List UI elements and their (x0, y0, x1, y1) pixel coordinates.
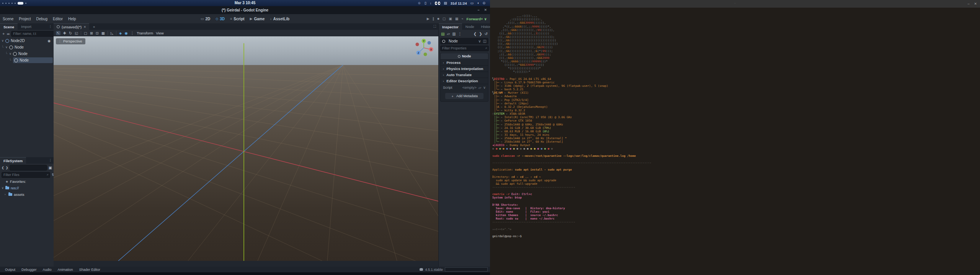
rotate-tool[interactable]: ↻ (69, 31, 72, 35)
close-tab-icon[interactable]: ✕ (83, 25, 86, 29)
category-physics-interpolation[interactable]: › Physics Interpolation (441, 65, 488, 72)
category-auto-translate[interactable]: › Auto Translate (441, 72, 488, 78)
power-icon[interactable]: ⊙ (482, 0, 485, 6)
nav-back-button[interactable]: ❮ (2, 166, 4, 169)
menu-editor[interactable]: Editor (50, 17, 65, 21)
edited-object-row[interactable]: Node ∨ ◫ (440, 38, 488, 44)
group-button[interactable]: ▦ (101, 31, 105, 35)
tab-filesystem[interactable]: FileSystem (0, 157, 26, 164)
scale-tool[interactable]: ◱ (75, 31, 78, 35)
xeyes-icon[interactable] (435, 2, 440, 5)
ruler-tool[interactable]: ◺ (111, 31, 113, 35)
tab-import[interactable]: Import (18, 23, 35, 30)
snap-toggle[interactable]: ◈ (119, 31, 122, 35)
category-editor-description[interactable]: › Editor Description (441, 78, 488, 84)
dock-menu-icon[interactable]: ⋮ (47, 157, 54, 164)
path-input[interactable] (10, 165, 47, 171)
history-back-button[interactable]: ❮ (474, 32, 477, 36)
tab-node[interactable]: Node (462, 23, 478, 30)
select-tool[interactable]: ↖ (56, 31, 60, 35)
script-value[interactable]: <empty> (462, 85, 477, 89)
folder-row[interactable]: › assets (0, 191, 54, 198)
expand-viewport-icon[interactable]: ⛶ (431, 23, 438, 30)
load-resource-button[interactable]: ▱ (447, 32, 450, 36)
menu-help[interactable]: Help (65, 17, 79, 21)
tab-output[interactable]: Output (2, 268, 18, 272)
history-forward-button[interactable]: ❯ (479, 32, 482, 36)
toolbar-menu-icon[interactable]: ⋮ (131, 31, 134, 35)
terminal-screen[interactable]: ,,,:(()):,,, ,:((((((()))))))):, ,((((,;… (490, 8, 980, 275)
object-section-header[interactable]: Node (441, 53, 488, 59)
split-view-icon[interactable]: ▣ (49, 166, 52, 170)
preview-environment-toggle[interactable]: ◉ (124, 31, 127, 35)
file-filter-input[interactable] (2, 172, 50, 178)
renderer-select[interactable]: Forward+ ∨ (467, 17, 487, 21)
3d-viewport[interactable]: ⋮ Perspective Y X Z (54, 36, 438, 261)
perspective-button[interactable]: ⋮ Perspective (56, 38, 85, 44)
visibility-icon[interactable]: ◉ (47, 39, 51, 43)
scene-filter-input[interactable] (11, 31, 60, 37)
transform-menu[interactable]: Transform (137, 31, 153, 35)
download-icon[interactable]: ↓ (430, 0, 432, 6)
tree-row-selected[interactable]: ╰ Node (0, 57, 54, 63)
play-scene-button[interactable]: ▣ (449, 17, 452, 21)
play-custom-scene-button[interactable]: ▦ (455, 17, 459, 21)
favorites-row[interactable]: ★ Favorites: (0, 178, 54, 185)
lock-button[interactable]: ⊠ (90, 31, 93, 35)
minimize-button[interactable]: – (477, 6, 479, 14)
movie-maker-button[interactable]: ⌁ (461, 17, 463, 21)
chevron-down-icon[interactable]: ∨ (2, 186, 5, 190)
new-resource-button[interactable]: ▤ (441, 32, 444, 36)
view-gizmo[interactable]: Y X Z (414, 38, 434, 58)
volume-icon[interactable]: ◖ (477, 0, 479, 6)
terminal-titlebar[interactable]: · – ✕ (490, 0, 980, 8)
add-node-button[interactable]: ＋ (2, 31, 5, 36)
tab-inspector[interactable]: Inspector (439, 23, 462, 30)
open-docs-icon[interactable]: ◫ (483, 39, 487, 43)
tree-row[interactable]: ╰ ∨ Node (0, 50, 54, 57)
tab-animation[interactable]: Animation (55, 268, 76, 272)
godot-titlebar[interactable]: (*) Geirdal - Godot Engine – ✕ (0, 6, 490, 14)
battery-icon[interactable]: ▯ (425, 0, 426, 6)
script-property-row[interactable]: Script <empty> ▱ ∨ (441, 84, 488, 91)
chevron-down-icon[interactable]: ∨ (5, 46, 9, 49)
object-history-button[interactable]: ↺ (485, 32, 488, 36)
menu-scene[interactable]: Scene (0, 17, 16, 21)
clock[interactable]: Mar 3 10:45 (0, 0, 490, 6)
display-icon[interactable]: ▭ (470, 0, 474, 6)
unlock-button[interactable]: ⊡ (96, 31, 99, 35)
instance-scene-button[interactable]: ∞ (7, 32, 10, 36)
play-button[interactable]: ▶ (427, 17, 430, 21)
version-label[interactable]: 4.5.1.stable (425, 268, 443, 272)
add-metadata-button[interactable]: ＋ Add Metadata (445, 93, 483, 99)
minimize-button[interactable]: – (967, 2, 969, 6)
pause-button[interactable]: ∥ (433, 17, 434, 21)
dock-menu-icon[interactable]: ⋮ (47, 23, 54, 30)
property-filter-input[interactable] (440, 46, 489, 51)
chevron-down-icon[interactable]: ∨ (2, 39, 5, 42)
tab-shader-editor[interactable]: Shader Editor (77, 268, 103, 272)
close-button[interactable]: ✕ (484, 6, 487, 14)
category-process[interactable]: › Process (441, 59, 488, 65)
tab-audio[interactable]: Audio (40, 268, 54, 272)
tree-row[interactable]: ∨ Node2D ◉ (0, 37, 54, 44)
add-scene-tab-button[interactable]: ＋ (89, 23, 99, 30)
chevron-down-icon[interactable]: ∨ (483, 85, 486, 89)
box-select-tool[interactable]: ▢ (84, 31, 87, 35)
remote-debug-button[interactable]: ▢ (443, 17, 446, 21)
scene-tab[interactable]: (unsaved)(*) ✕ (54, 23, 89, 30)
chevron-down-icon[interactable]: ∨ (478, 39, 481, 43)
uptime-text[interactable]: 31d 11:24 (451, 1, 467, 5)
tab-scene[interactable]: Scene (0, 23, 18, 30)
tree-row[interactable]: ╰ ∨ Node (0, 44, 54, 50)
nav-forward-button[interactable]: ❯ (6, 166, 8, 169)
chevron-down-icon[interactable]: ∨ (9, 52, 13, 55)
menu-project[interactable]: Project (16, 17, 33, 21)
view-menu[interactable]: View (156, 31, 163, 35)
stop-button[interactable]: ■ (437, 17, 439, 21)
move-tool[interactable]: ✚ (63, 31, 66, 35)
save-resource-button[interactable]: ▥ (452, 32, 456, 36)
tab-debugger[interactable]: Debugger (19, 268, 39, 272)
menu-debug[interactable]: Debug (33, 17, 50, 21)
notification-icon[interactable]: ☺ (418, 0, 421, 6)
